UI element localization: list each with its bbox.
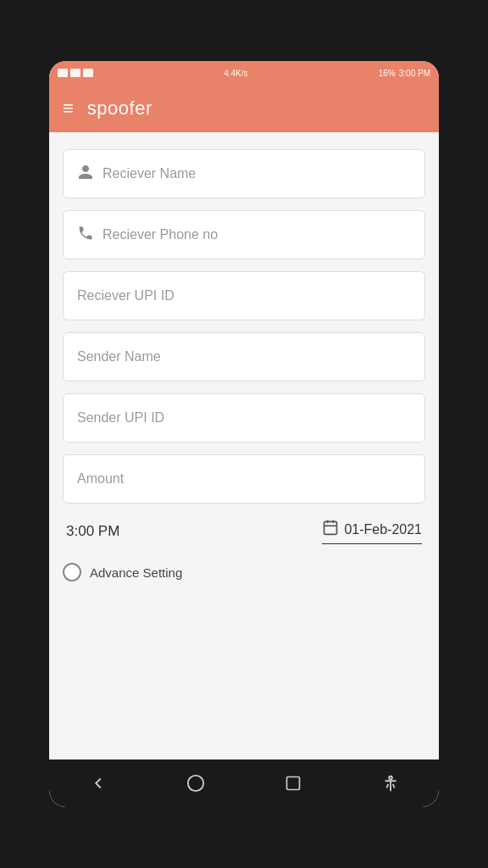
status-icon-3 — [83, 69, 93, 77]
phone-icon — [77, 225, 94, 246]
nav-recent-button[interactable] — [272, 766, 314, 800]
svg-rect-0 — [324, 521, 337, 534]
receiver-phone-field[interactable]: Reciever Phone no — [63, 210, 425, 259]
receiver-name-field[interactable]: Reciever Name — [63, 149, 425, 198]
advance-setting-row[interactable]: Advance Setting — [63, 559, 425, 585]
svg-point-4 — [187, 776, 202, 791]
time-display[interactable]: 3:00 PM — [66, 523, 119, 540]
sender-upi-field[interactable]: Sender UPI ID — [63, 393, 425, 442]
status-right: 16% 3:00 PM — [379, 69, 430, 78]
hamburger-menu-icon[interactable]: ≡ — [63, 99, 74, 118]
status-icon-2 — [70, 69, 80, 77]
receiver-name-placeholder: Reciever Name — [103, 166, 196, 181]
receiver-phone-placeholder: Reciever Phone no — [103, 227, 218, 242]
receiver-upi-placeholder: Reciever UPI ID — [77, 288, 175, 303]
main-content: Reciever Name Reciever Phone no Reciever… — [49, 132, 439, 760]
date-text: 01-Feb-2021 — [344, 522, 422, 537]
calendar-icon — [322, 519, 339, 540]
status-bar: 4.4K/s 16% 3:00 PM — [49, 61, 439, 85]
status-icon-1 — [58, 69, 68, 77]
amount-placeholder: Amount — [77, 471, 124, 487]
app-title: spoofer — [87, 97, 152, 120]
status-battery: 16% — [379, 69, 396, 78]
time-date-row: 3:00 PM 01-Feb-2021 — [63, 515, 425, 548]
person-icon — [77, 164, 94, 185]
phone-screen: 4.4K/s 16% 3:00 PM ≡ spoofer Reciever Na… — [49, 61, 439, 807]
advance-setting-radio[interactable] — [63, 563, 81, 581]
nav-home-button[interactable] — [175, 766, 217, 800]
phone-frame: 4.4K/s 16% 3:00 PM ≡ spoofer Reciever Na… — [0, 0, 488, 868]
date-display[interactable]: 01-Feb-2021 — [322, 519, 422, 544]
receiver-upi-field[interactable]: Reciever UPI ID — [63, 271, 425, 320]
nav-accessibility-button[interactable] — [369, 766, 412, 800]
amount-field[interactable]: Amount — [63, 454, 425, 504]
app-bar: ≡ spoofer — [49, 85, 439, 132]
advance-setting-label: Advance Setting — [90, 565, 182, 580]
svg-rect-5 — [286, 777, 299, 790]
bottom-nav — [49, 760, 439, 807]
sender-name-placeholder: Sender Name — [77, 349, 161, 364]
nav-back-button[interactable] — [77, 766, 119, 800]
svg-point-6 — [389, 776, 392, 780]
sender-name-field[interactable]: Sender Name — [63, 332, 425, 381]
sender-upi-placeholder: Sender UPI ID — [77, 410, 164, 426]
status-time: 3:00 PM — [399, 69, 430, 78]
status-speed: 4.4K/s — [224, 69, 247, 78]
status-left — [58, 69, 93, 77]
